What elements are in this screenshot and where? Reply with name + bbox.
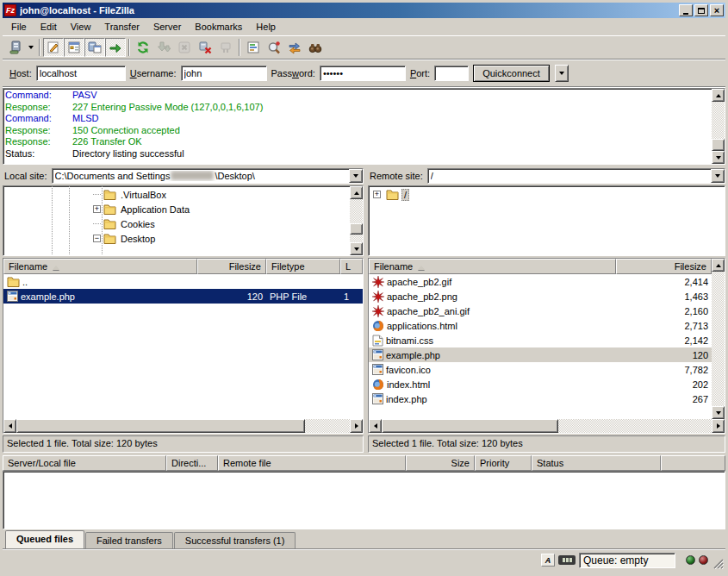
username-field[interactable] — [181, 66, 267, 81]
quickconnect-dropdown-button[interactable] — [555, 65, 569, 82]
local-site-dropdown-button[interactable] — [349, 169, 363, 183]
file-row[interactable]: index.html202 — [369, 377, 712, 391]
tab-failed-transfers[interactable]: Failed transfers — [85, 532, 173, 548]
scroll-up-button[interactable] — [712, 89, 725, 102]
toggle-message-log-button[interactable] — [43, 38, 64, 57]
file-row[interactable]: index.php267 — [369, 391, 712, 406]
disconnect-button[interactable] — [195, 38, 215, 57]
toggle-transfer-queue-button[interactable] — [105, 38, 126, 57]
directory-filters-button[interactable] — [243, 38, 264, 57]
toggle-remote-tree-button[interactable] — [84, 38, 105, 57]
menu-item-transfer[interactable]: Transfer — [97, 20, 146, 34]
file-row[interactable]: example.php120 — [369, 347, 712, 362]
scroll-thumb[interactable] — [712, 139, 725, 151]
quickconnect-button[interactable]: Quickconnect — [473, 65, 550, 82]
file-row[interactable]: applications.html2,713 — [369, 318, 712, 333]
scroll-thumb[interactable] — [16, 419, 305, 433]
queue-column-priority[interactable]: Priority — [475, 455, 532, 471]
scroll-down-button[interactable] — [350, 242, 363, 255]
tree-item[interactable]: +/ — [369, 187, 725, 202]
local-column-filetype[interactable]: Filetype — [266, 259, 340, 274]
scroll-track[interactable] — [382, 419, 712, 433]
recv-indicator-light — [686, 555, 695, 565]
remote-column-filename[interactable]: Filename — [369, 259, 616, 274]
file-row[interactable]: favicon.ico7,782 — [369, 362, 712, 377]
file-row[interactable]: apache_pb2_ani.gif2,160 — [369, 304, 712, 318]
queue-column-size[interactable]: Size — [406, 455, 475, 471]
synchronized-browsing-button[interactable] — [284, 38, 305, 57]
menu-item-bookmarks[interactable]: Bookmarks — [188, 20, 249, 34]
local-site-combobox[interactable]: C:\Documents and Settings\Desktop\ — [52, 168, 364, 184]
refresh-button[interactable] — [133, 38, 153, 57]
menu-item-file[interactable]: File — [4, 20, 34, 34]
menu-item-edit[interactable]: Edit — [34, 20, 64, 34]
file-row[interactable]: bitnami.css2,142 — [369, 333, 712, 347]
scroll-track[interactable] — [16, 419, 350, 433]
local-hscrollbar[interactable] — [3, 419, 363, 433]
scroll-thumb[interactable] — [382, 419, 558, 433]
minimize-button[interactable] — [679, 4, 693, 16]
arrow-up-icon — [354, 191, 359, 195]
queue-column-directi[interactable]: Directi... — [166, 455, 218, 471]
remote-column-filesize[interactable]: Filesize — [616, 259, 712, 274]
remote-hscrollbar[interactable] — [369, 419, 725, 433]
scroll-track[interactable] — [712, 272, 725, 406]
scroll-left-button[interactable] — [369, 419, 382, 433]
find-files-button[interactable] — [305, 38, 326, 57]
directory-comparison-button[interactable] — [264, 38, 284, 57]
cell-filesize: 202 — [616, 379, 712, 390]
file-row[interactable]: apache_pb2.png1,463 — [369, 289, 712, 304]
log-text: 227 Entering Passive Mode (127,0,0,1,6,1… — [72, 102, 263, 114]
menu-item-server[interactable]: Server — [146, 20, 188, 34]
local-column-l[interactable]: L — [340, 259, 363, 274]
tree-item[interactable]: Cookies — [3, 216, 350, 231]
queue-column-status[interactable]: Status — [532, 455, 661, 471]
resize-grip[interactable] — [712, 557, 724, 569]
file-row[interactable]: .. — [3, 274, 363, 289]
message-log-scrollbar[interactable] — [712, 89, 725, 164]
tab-queued-files[interactable]: Queued files — [5, 530, 84, 548]
speed-limit-icon[interactable] — [558, 555, 576, 565]
expand-toggle[interactable]: + — [93, 205, 101, 213]
queue-column-blank[interactable] — [661, 455, 725, 471]
password-field[interactable] — [320, 66, 406, 81]
site-manager-button[interactable] — [5, 38, 26, 57]
tab-successful-transfers-1-[interactable]: Successful transfers (1) — [174, 532, 296, 548]
remote-site-dropdown-button[interactable] — [711, 169, 725, 183]
collapse-toggle[interactable]: − — [93, 235, 101, 242]
tree-item[interactable]: .VirtualBox — [3, 187, 350, 202]
scroll-left-button[interactable] — [3, 419, 16, 433]
local-tree-scrollbar[interactable] — [350, 186, 363, 255]
menu-item-help[interactable]: Help — [249, 20, 283, 34]
local-column-filesize[interactable]: Filesize — [197, 259, 266, 274]
scroll-up-button[interactable] — [350, 186, 363, 199]
tree-item[interactable]: +Application Data — [3, 202, 350, 216]
menu-item-view[interactable]: View — [64, 20, 98, 34]
scroll-track[interactable] — [350, 199, 363, 242]
maximize-button[interactable] — [694, 4, 708, 16]
scroll-up-button[interactable] — [712, 259, 725, 272]
tree-item[interactable]: −Desktop — [3, 231, 350, 246]
title-bar[interactable]: Fz john@localhost - FileZilla × — [3, 3, 725, 18]
scroll-right-button[interactable] — [350, 419, 363, 433]
scroll-right-button[interactable] — [712, 419, 725, 433]
close-button[interactable]: × — [710, 4, 724, 16]
host-field[interactable] — [36, 66, 126, 81]
port-field[interactable] — [434, 66, 469, 81]
remote-list-scrollbar[interactable] — [712, 259, 725, 419]
remote-site-combobox[interactable]: / — [427, 168, 725, 184]
scroll-track[interactable] — [712, 102, 725, 151]
local-column-filename[interactable]: Filename — [3, 259, 197, 274]
queue-column-serverlocalfile[interactable]: Server/Local file — [3, 455, 166, 471]
scroll-thumb[interactable] — [350, 223, 363, 235]
queue-column-remotefile[interactable]: Remote file — [218, 455, 406, 471]
file-row[interactable]: example.php120PHP File1 — [3, 289, 363, 304]
expand-toggle[interactable]: + — [373, 191, 381, 198]
toggle-local-tree-button[interactable] — [64, 38, 84, 57]
file-row[interactable]: apache_pb2.gif2,414 — [369, 274, 712, 289]
queue-body[interactable] — [3, 471, 725, 529]
scroll-down-button[interactable] — [712, 406, 725, 419]
ascii-transfer-type-icon[interactable]: A — [541, 554, 555, 567]
scroll-down-button[interactable] — [712, 151, 725, 164]
site-manager-dropdown-button[interactable] — [26, 38, 36, 57]
